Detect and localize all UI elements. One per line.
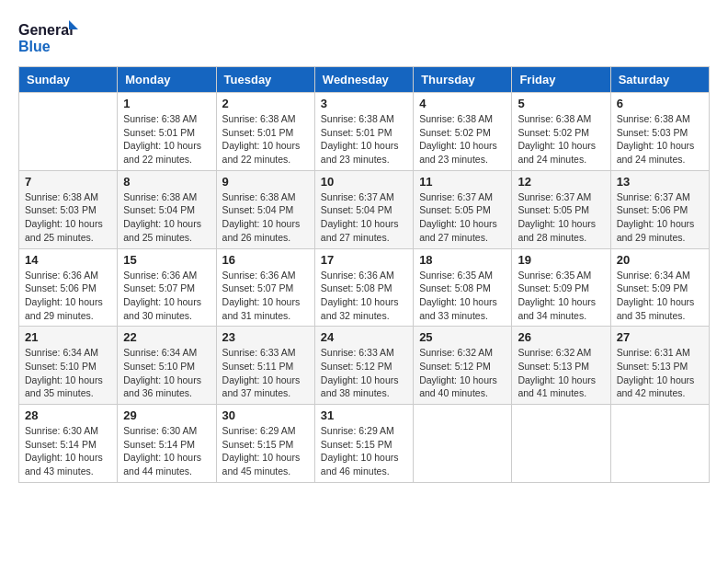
day-info: Sunrise: 6:35 AM Sunset: 5:08 PM Dayligh… (419, 269, 506, 323)
day-number: 11 (419, 175, 506, 189)
day-info: Sunrise: 6:30 AM Sunset: 5:14 PM Dayligh… (123, 424, 210, 478)
calendar-week-row: 7Sunrise: 6:38 AM Sunset: 5:03 PM Daylig… (19, 170, 710, 248)
column-header-sunday: Sunday (19, 67, 118, 93)
calendar-cell (512, 405, 610, 483)
day-number: 21 (25, 330, 111, 344)
calendar-week-row: 14Sunrise: 6:36 AM Sunset: 5:06 PM Dayli… (19, 248, 710, 327)
day-info: Sunrise: 6:38 AM Sunset: 5:02 PM Dayligh… (419, 112, 506, 167)
day-info: Sunrise: 6:29 AM Sunset: 5:15 PM Dayligh… (321, 424, 407, 478)
calendar-cell: 14Sunrise: 6:36 AM Sunset: 5:06 PM Dayli… (19, 248, 118, 327)
day-info: Sunrise: 6:31 AM Sunset: 5:13 PM Dayligh… (617, 346, 703, 400)
calendar-cell: 12Sunrise: 6:37 AM Sunset: 5:05 PM Dayli… (512, 170, 610, 248)
calendar-cell: 3Sunrise: 6:38 AM Sunset: 5:01 PM Daylig… (314, 93, 413, 171)
calendar-cell: 25Sunrise: 6:32 AM Sunset: 5:12 PM Dayli… (414, 327, 512, 405)
calendar-cell: 4Sunrise: 6:38 AM Sunset: 5:02 PM Daylig… (414, 93, 512, 171)
day-info: Sunrise: 6:38 AM Sunset: 5:03 PM Dayligh… (617, 112, 703, 167)
day-info: Sunrise: 6:36 AM Sunset: 5:08 PM Dayligh… (321, 269, 407, 323)
calendar-week-row: 1Sunrise: 6:38 AM Sunset: 5:01 PM Daylig… (19, 93, 710, 171)
day-number: 9 (222, 175, 309, 189)
calendar-header-row: SundayMondayTuesdayWednesdayThursdayFrid… (19, 67, 710, 93)
calendar-cell: 2Sunrise: 6:38 AM Sunset: 5:01 PM Daylig… (216, 93, 314, 171)
day-number: 20 (617, 253, 703, 267)
day-number: 4 (419, 97, 506, 110)
day-number: 7 (25, 175, 111, 189)
day-info: Sunrise: 6:38 AM Sunset: 5:02 PM Dayligh… (518, 112, 604, 167)
day-info: Sunrise: 6:35 AM Sunset: 5:09 PM Dayligh… (518, 269, 604, 323)
day-number: 27 (617, 330, 703, 344)
calendar-cell: 16Sunrise: 6:36 AM Sunset: 5:07 PM Dayli… (216, 248, 314, 327)
calendar-table: SundayMondayTuesdayWednesdayThursdayFrid… (18, 66, 710, 483)
day-number: 15 (123, 253, 210, 267)
calendar-cell (610, 405, 709, 483)
calendar-cell: 7Sunrise: 6:38 AM Sunset: 5:03 PM Daylig… (19, 170, 118, 248)
day-info: Sunrise: 6:29 AM Sunset: 5:15 PM Dayligh… (222, 424, 309, 478)
day-info: Sunrise: 6:37 AM Sunset: 5:06 PM Dayligh… (617, 190, 703, 245)
day-number: 31 (321, 408, 407, 422)
day-number: 10 (321, 175, 407, 189)
day-info: Sunrise: 6:33 AM Sunset: 5:12 PM Dayligh… (321, 346, 407, 400)
calendar-cell: 31Sunrise: 6:29 AM Sunset: 5:15 PM Dayli… (314, 405, 413, 483)
day-number: 30 (222, 408, 309, 422)
day-info: Sunrise: 6:38 AM Sunset: 5:04 PM Dayligh… (123, 190, 210, 245)
column-header-thursday: Thursday (414, 67, 512, 93)
svg-text:General: General (18, 22, 74, 38)
day-info: Sunrise: 6:30 AM Sunset: 5:14 PM Dayligh… (25, 424, 111, 478)
page-header: GeneralBlue (18, 18, 710, 57)
calendar-cell: 22Sunrise: 6:34 AM Sunset: 5:10 PM Dayli… (118, 327, 216, 405)
day-number: 24 (321, 330, 407, 344)
day-info: Sunrise: 6:38 AM Sunset: 5:01 PM Dayligh… (123, 112, 210, 167)
svg-marker-2 (69, 20, 78, 29)
column-header-friday: Friday (512, 67, 610, 93)
calendar-cell: 23Sunrise: 6:33 AM Sunset: 5:11 PM Dayli… (216, 327, 314, 405)
day-info: Sunrise: 6:37 AM Sunset: 5:05 PM Dayligh… (419, 190, 506, 245)
calendar-cell: 19Sunrise: 6:35 AM Sunset: 5:09 PM Dayli… (512, 248, 610, 327)
day-number: 29 (123, 408, 210, 422)
day-number: 16 (222, 253, 309, 267)
day-number: 5 (518, 97, 604, 110)
calendar-cell: 30Sunrise: 6:29 AM Sunset: 5:15 PM Dayli… (216, 405, 314, 483)
calendar-cell: 20Sunrise: 6:34 AM Sunset: 5:09 PM Dayli… (610, 248, 709, 327)
calendar-cell: 17Sunrise: 6:36 AM Sunset: 5:08 PM Dayli… (314, 248, 413, 327)
calendar-cell: 13Sunrise: 6:37 AM Sunset: 5:06 PM Dayli… (610, 170, 709, 248)
day-number: 17 (321, 253, 407, 267)
day-info: Sunrise: 6:32 AM Sunset: 5:13 PM Dayligh… (518, 346, 604, 400)
column-header-wednesday: Wednesday (314, 67, 413, 93)
calendar-cell: 28Sunrise: 6:30 AM Sunset: 5:14 PM Dayli… (19, 405, 118, 483)
calendar-cell: 29Sunrise: 6:30 AM Sunset: 5:14 PM Dayli… (118, 405, 216, 483)
calendar-cell: 21Sunrise: 6:34 AM Sunset: 5:10 PM Dayli… (19, 327, 118, 405)
calendar-cell (19, 93, 118, 171)
column-header-tuesday: Tuesday (216, 67, 314, 93)
day-info: Sunrise: 6:34 AM Sunset: 5:09 PM Dayligh… (617, 269, 703, 323)
calendar-cell: 18Sunrise: 6:35 AM Sunset: 5:08 PM Dayli… (414, 248, 512, 327)
day-number: 23 (222, 330, 309, 344)
calendar-cell: 27Sunrise: 6:31 AM Sunset: 5:13 PM Dayli… (610, 327, 709, 405)
day-info: Sunrise: 6:37 AM Sunset: 5:04 PM Dayligh… (321, 190, 407, 245)
day-info: Sunrise: 6:38 AM Sunset: 5:01 PM Dayligh… (321, 112, 407, 167)
day-number: 25 (419, 330, 506, 344)
calendar-cell: 11Sunrise: 6:37 AM Sunset: 5:05 PM Dayli… (414, 170, 512, 248)
calendar-cell: 5Sunrise: 6:38 AM Sunset: 5:02 PM Daylig… (512, 93, 610, 171)
column-header-monday: Monday (118, 67, 216, 93)
day-number: 18 (419, 253, 506, 267)
calendar-cell: 9Sunrise: 6:38 AM Sunset: 5:04 PM Daylig… (216, 170, 314, 248)
calendar-cell: 26Sunrise: 6:32 AM Sunset: 5:13 PM Dayli… (512, 327, 610, 405)
day-info: Sunrise: 6:38 AM Sunset: 5:03 PM Dayligh… (25, 190, 111, 245)
day-info: Sunrise: 6:34 AM Sunset: 5:10 PM Dayligh… (123, 346, 210, 400)
logo: GeneralBlue (18, 18, 78, 57)
day-info: Sunrise: 6:34 AM Sunset: 5:10 PM Dayligh… (25, 346, 111, 400)
logo-svg: GeneralBlue (18, 18, 78, 57)
day-number: 26 (518, 330, 604, 344)
day-info: Sunrise: 6:36 AM Sunset: 5:06 PM Dayligh… (25, 269, 111, 323)
calendar-cell: 1Sunrise: 6:38 AM Sunset: 5:01 PM Daylig… (118, 93, 216, 171)
day-number: 8 (123, 175, 210, 189)
day-info: Sunrise: 6:32 AM Sunset: 5:12 PM Dayligh… (419, 346, 506, 400)
day-number: 2 (222, 97, 309, 110)
day-info: Sunrise: 6:38 AM Sunset: 5:01 PM Dayligh… (222, 112, 309, 167)
calendar-week-row: 21Sunrise: 6:34 AM Sunset: 5:10 PM Dayli… (19, 327, 710, 405)
day-info: Sunrise: 6:36 AM Sunset: 5:07 PM Dayligh… (222, 269, 309, 323)
day-number: 28 (25, 408, 111, 422)
day-number: 1 (123, 97, 210, 110)
calendar-cell: 6Sunrise: 6:38 AM Sunset: 5:03 PM Daylig… (610, 93, 709, 171)
day-info: Sunrise: 6:33 AM Sunset: 5:11 PM Dayligh… (222, 346, 309, 400)
day-info: Sunrise: 6:38 AM Sunset: 5:04 PM Dayligh… (222, 190, 309, 245)
